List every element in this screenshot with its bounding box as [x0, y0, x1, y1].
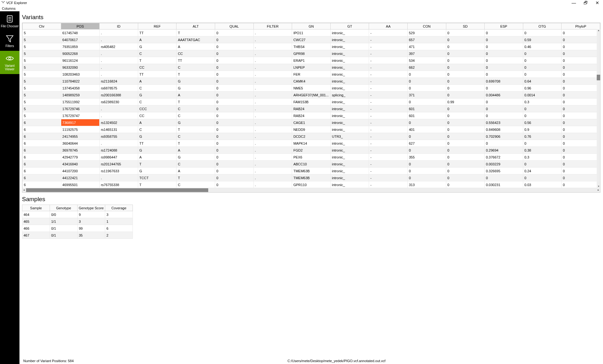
table-cell[interactable]: 0/1	[50, 225, 78, 232]
table-row[interactable]: 5110784822rs2116824AG0.CAMK4intronic_-00…	[23, 78, 600, 85]
table-cell[interactable]: FGD2	[292, 147, 331, 154]
table-cell[interactable]: -	[369, 174, 408, 181]
table-cell[interactable]: ERAP1	[292, 57, 331, 64]
table-cell[interactable]: .	[253, 119, 292, 126]
table-row[interactable]: 596332090.CCC0.LNPEPintronic_-6620000	[23, 64, 600, 71]
table-cell[interactable]: NME5	[292, 85, 331, 92]
column-header[interactable]: PhyloP	[562, 23, 600, 29]
table-cell[interactable]: 0	[523, 57, 562, 64]
table-cell[interactable]: 61745748	[61, 29, 100, 36]
table-cell[interactable]: 5	[23, 43, 61, 50]
table-cell[interactable]: intronic_	[330, 71, 369, 78]
table-cell[interactable]: G	[177, 154, 215, 161]
table-cell[interactable]: 0	[407, 174, 446, 181]
table-cell[interactable]: 0.376672	[485, 154, 523, 161]
column-header[interactable]: Chr	[23, 23, 61, 29]
table-cell[interactable]: A	[138, 36, 177, 43]
table-row[interactable]: 67368917rs1324502AG0.CAGE1intronic_-000.…	[23, 119, 600, 126]
table-cell[interactable]: T	[177, 140, 215, 147]
table-cell[interactable]: .	[253, 64, 292, 71]
table-cell[interactable]: 0	[215, 133, 253, 140]
table-cell[interactable]: 371	[407, 92, 446, 99]
table-cell[interactable]: 0	[446, 161, 485, 168]
table-cell[interactable]: intronic_	[330, 43, 369, 50]
column-header[interactable]: AA	[369, 23, 408, 29]
table-cell[interactable]: 0.29694	[485, 147, 523, 154]
table-cell[interactable]: rs1324502	[100, 119, 138, 126]
table-cell[interactable]: RAB24	[292, 105, 331, 112]
table-cell[interactable]: .	[253, 126, 292, 133]
table-cell[interactable]: 6	[23, 154, 61, 161]
table-cell[interactable]: 0	[407, 161, 446, 168]
table-cell[interactable]: .	[253, 43, 292, 50]
variants-vertical-scrollbar[interactable]: ▴ ▾	[597, 29, 600, 188]
table-cell[interactable]: G	[177, 78, 215, 85]
table-cell[interactable]: 2	[105, 232, 133, 239]
table-cell[interactable]: 0	[485, 50, 523, 57]
samples-table[interactable]: SampleGenotypeGenotype ScoreCoverage 464…	[22, 205, 133, 239]
table-row[interactable]: 5175511992rs62389230CT0.FAM153Bintronic_…	[23, 99, 600, 105]
table-cell[interactable]: 0	[562, 140, 600, 147]
column-header[interactable]: ID	[100, 23, 138, 29]
variants-horizontal-scrollbar[interactable]: ◂ ▸	[22, 188, 600, 192]
column-header[interactable]: REF	[138, 23, 177, 29]
table-cell[interactable]: 0	[446, 181, 485, 188]
table-cell[interactable]: rs62389230	[100, 99, 138, 105]
table-cell[interactable]: rs11967633	[100, 168, 138, 174]
table-cell[interactable]: .	[253, 174, 292, 181]
table-cell[interactable]: 0	[215, 168, 253, 174]
table-cell[interactable]: 0	[562, 181, 600, 188]
table-cell[interactable]: 0	[523, 29, 562, 36]
table-cell[interactable]: -	[369, 50, 408, 57]
table-cell[interactable]: -	[369, 133, 408, 140]
table-cell[interactable]: FAM153B	[292, 99, 331, 105]
column-header[interactable]: CON	[407, 23, 446, 29]
table-cell[interactable]: 0.38	[523, 147, 562, 154]
table-cell[interactable]: rs405482	[100, 43, 138, 50]
table-row[interactable]: 624174955rs9358755GC0.DCDC2UTR3_-000.702…	[23, 133, 600, 140]
table-cell[interactable]: 0	[562, 133, 600, 140]
table-cell[interactable]: 0	[562, 64, 600, 71]
table-cell[interactable]: 0	[215, 57, 253, 64]
table-cell[interactable]: intronic_	[330, 154, 369, 161]
table-cell[interactable]: 0	[446, 105, 485, 112]
table-cell[interactable]: 6	[23, 126, 61, 133]
table-cell[interactable]: 44122421	[61, 174, 100, 181]
table-cell[interactable]: -	[369, 161, 408, 168]
table-cell[interactable]: 0	[446, 57, 485, 64]
table-cell[interactable]: 6	[23, 181, 61, 188]
table-cell[interactable]: IPO11	[292, 29, 331, 36]
table-row[interactable]: 646995501rs76755338TC0.GPR110intronic_-3…	[23, 181, 600, 188]
table-cell[interactable]: FER	[292, 71, 331, 78]
table-cell[interactable]: -	[369, 112, 408, 119]
table-cell[interactable]: 0	[407, 78, 446, 85]
table-cell[interactable]: 0	[562, 119, 600, 126]
table-cell[interactable]: 0	[215, 119, 253, 126]
table-cell[interactable]: TT	[177, 57, 215, 64]
table-cell[interactable]: -	[369, 154, 408, 161]
table-cell[interactable]: 0	[446, 147, 485, 154]
table-row[interactable]: 5176729747.CCC0.RAB24intronic_-6010000	[23, 112, 600, 119]
table-row[interactable]: 4651/131	[22, 218, 133, 225]
table-cell[interactable]: 176729746	[61, 105, 100, 112]
table-cell[interactable]: intronic_	[330, 99, 369, 105]
table-cell[interactable]: 0	[215, 71, 253, 78]
table-cell[interactable]: 0	[485, 43, 523, 50]
table-cell[interactable]: LNPEP	[292, 64, 331, 71]
table-cell[interactable]: intronic_	[330, 140, 369, 147]
table-cell[interactable]: 0	[407, 147, 446, 154]
table-cell[interactable]: intronic_	[330, 174, 369, 181]
table-cell[interactable]: intronic_	[330, 78, 369, 85]
table-cell[interactable]: 7368917	[61, 119, 100, 126]
table-row[interactable]: 596116124.TTT0.ERAP1intronic_-5340000	[23, 57, 600, 64]
table-cell[interactable]: CC	[138, 112, 177, 119]
table-cell[interactable]: TCCT	[138, 174, 177, 181]
table-cell[interactable]: 36040644	[61, 140, 100, 147]
table-cell[interactable]: 0	[215, 105, 253, 112]
table-cell[interactable]: 0	[446, 119, 485, 126]
table-cell[interactable]: A	[138, 119, 177, 126]
table-cell[interactable]: .	[253, 92, 292, 99]
table-cell[interactable]: .	[253, 57, 292, 64]
table-row[interactable]: 4670/1352	[22, 232, 133, 239]
table-cell[interactable]: 1	[105, 218, 133, 225]
